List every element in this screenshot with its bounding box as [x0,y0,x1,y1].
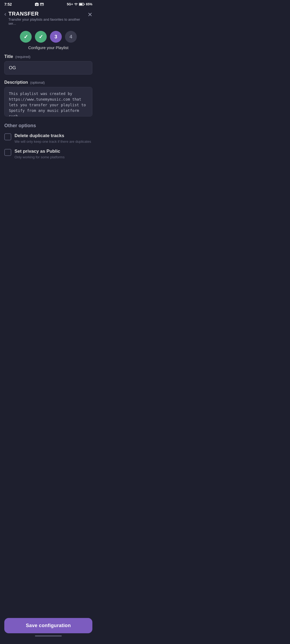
header-left: ‹ TRANSFER Transfer your playlists and f… [4,11,88,25]
set-privacy-label: Set privacy as Public [15,148,64,154]
option-delete-duplicates: Delete duplicate tracks We will only kee… [4,133,92,144]
status-bar: 7:52 5G+ 65% [0,0,97,8]
required-tag: (required) [15,55,30,59]
delete-duplicates-label: Delete duplicate tracks [15,133,91,139]
status-right: 5G+ 65% [67,2,92,6]
network-label: 5G+ [67,2,73,6]
step-1: ✓ [20,31,32,43]
set-privacy-subtitle: Only working for some platforms [15,155,64,159]
status-time: 7:52 [4,2,12,6]
svg-rect-2 [84,4,85,5]
card-icon [40,2,44,6]
close-button[interactable]: ✕ [88,11,92,18]
description-label: Description (optional) [4,80,92,85]
step-4: 4 [65,31,77,43]
svg-rect-1 [79,3,82,5]
optional-tag: (optional) [30,80,45,85]
step-title: Configure your Playlist [0,45,97,50]
camera-icon [35,2,39,6]
page-subtitle: Transfer your playlists and favorites to… [8,17,88,25]
description-input[interactable] [4,87,92,116]
step-2: ✓ [35,31,47,43]
title-label: Title (required) [4,54,92,59]
set-privacy-checkbox[interactable] [4,149,11,156]
delete-duplicates-subtitle: We will only keep one track if there are… [15,140,91,144]
battery-icon [79,2,85,6]
signal-icon [74,2,78,6]
form-content: Title (required) Description (optional) … [0,54,97,159]
step-3: 3 [50,31,62,43]
header: ‹ TRANSFER Transfer your playlists and f… [0,8,97,29]
option-set-privacy: Set privacy as Public Only working for s… [4,148,92,159]
status-icons [35,2,44,6]
page-title: TRANSFER [8,11,88,17]
header-text: TRANSFER Transfer your playlists and fav… [8,11,88,25]
other-options-title: Other options [4,123,92,129]
back-button[interactable]: ‹ [4,11,6,17]
steps-container: ✓ ✓ 3 4 [0,29,97,44]
battery-label: 65% [86,2,92,6]
title-input[interactable] [4,61,92,75]
delete-duplicates-checkbox[interactable] [4,133,11,140]
